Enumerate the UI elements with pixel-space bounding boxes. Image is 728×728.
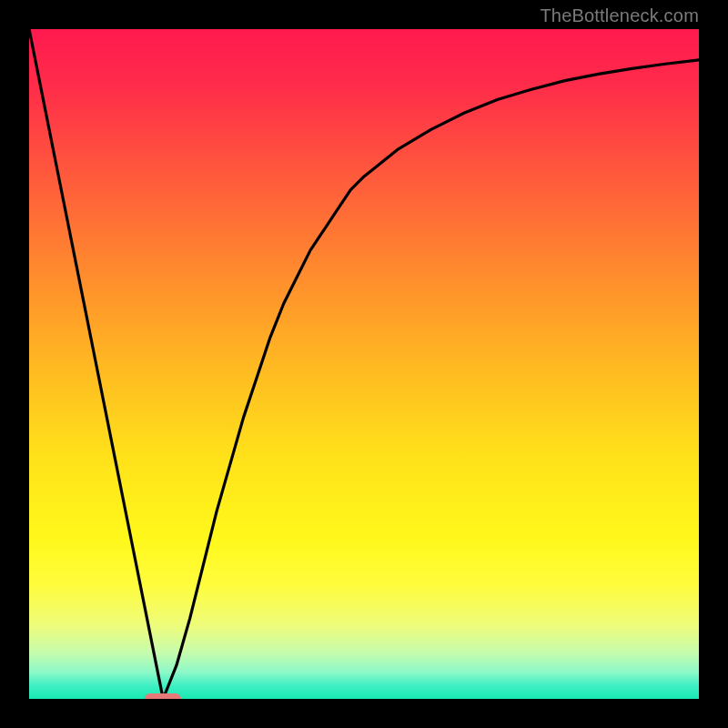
frame-border-bottom [0,699,728,728]
bottleneck-curve [29,29,699,699]
chart-canvas: TheBottleneck.com [0,0,728,728]
optimum-marker [145,693,181,699]
frame-border-left [0,0,29,728]
watermark-text: TheBottleneck.com [540,5,699,26]
frame-border-right [699,0,728,728]
plot-area [29,29,699,699]
